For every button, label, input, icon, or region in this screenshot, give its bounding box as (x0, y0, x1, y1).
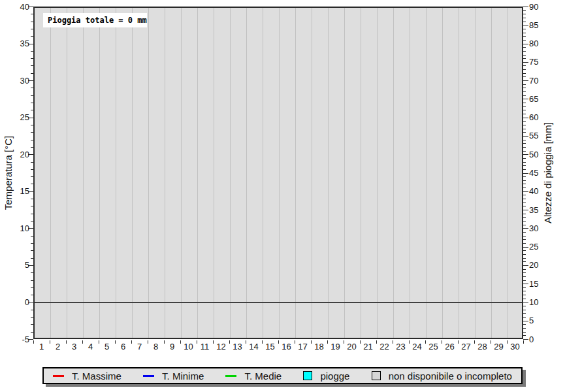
right-axis-tick (523, 210, 528, 210)
right-axis-tick (523, 317, 526, 318)
right-axis-tick (523, 151, 526, 152)
x-axis-tick-label: 13 (229, 342, 246, 351)
x-axis-tick-label: 16 (278, 342, 295, 351)
left-axis-tick (31, 162, 33, 163)
day-gridline (230, 8, 231, 338)
right-axis-tick (523, 321, 528, 321)
right-axis-tick (523, 280, 526, 281)
right-axis-tick (523, 118, 528, 118)
x-axis-tick-label: 12 (213, 342, 229, 351)
rain-total-annotation: Pioggia totale = 0 mm (43, 13, 147, 27)
legend-label-piogge: piogge (320, 370, 349, 382)
right-axis-tick (523, 228, 528, 229)
right-axis-tick (523, 44, 528, 44)
day-gridline (344, 8, 345, 338)
right-axis-title-text: Altezze di pioggia [mm] (543, 122, 554, 223)
day-gridline (67, 8, 67, 338)
right-axis-tick (523, 232, 526, 233)
right-axis-tick (523, 147, 526, 148)
x-axis-tick-label: 9 (164, 342, 180, 351)
right-axis-tick (523, 165, 526, 166)
x-axis-tick-label: 14 (246, 342, 262, 351)
x-axis-tick-label: 7 (131, 342, 148, 351)
x-axis-tick-label: 18 (311, 342, 327, 351)
left-axis-tick (31, 65, 33, 66)
right-axis-tick (523, 125, 526, 125)
right-axis-tick (523, 236, 526, 237)
left-axis-title: Temperatura [°C] (0, 7, 17, 339)
x-axis-tick-label: 25 (425, 342, 442, 351)
left-axis-tick (31, 22, 33, 22)
left-axis-tick (31, 51, 33, 52)
day-gridline (295, 8, 296, 338)
left-axis-tick (31, 332, 33, 333)
x-axis-tick-label: 28 (474, 342, 491, 351)
right-axis-tick (523, 73, 526, 74)
x-axis-tick-label: 11 (197, 342, 213, 351)
left-axis-tick (31, 236, 33, 237)
right-axis-tick (523, 40, 526, 41)
day-gridline (148, 8, 149, 338)
legend: T. Massime T. Minime T. Medie piogge non… (42, 367, 523, 384)
left-axis-tick (31, 58, 33, 59)
right-axis-tick (523, 154, 528, 155)
day-gridline (393, 8, 394, 338)
day-gridline (132, 8, 133, 338)
left-axis-title-text: Temperatura [°C] (3, 136, 14, 210)
x-axis-tick-label: 10 (180, 342, 197, 351)
right-axis-tick (523, 25, 528, 25)
x-axis-tick-label: 6 (115, 342, 131, 351)
day-gridline (279, 8, 280, 338)
right-axis-tick (523, 258, 526, 259)
legend-label-non-disponibile: non disponibile o incompleto (389, 370, 512, 382)
right-axis-tick (523, 306, 526, 306)
right-axis-tick (523, 299, 526, 299)
t-massime-line-swatch (53, 375, 64, 377)
day-gridline (442, 8, 443, 338)
left-axis-tick (31, 243, 33, 244)
right-axis-tick (523, 91, 526, 92)
x-axis-tick-label: 19 (327, 342, 344, 351)
left-axis-tick (31, 206, 33, 206)
right-axis-tick (523, 206, 526, 206)
left-axis-tick (31, 88, 33, 88)
right-axis-tick (523, 58, 526, 59)
x-axis-tick (523, 340, 524, 344)
x-axis-tick-label: 5 (99, 342, 115, 351)
left-axis-tick (31, 14, 33, 14)
right-axis-tick (523, 214, 526, 214)
right-axis-tick (523, 136, 528, 137)
left-axis-tick (31, 140, 33, 140)
day-gridline (491, 8, 492, 338)
right-axis-tick (523, 225, 526, 225)
right-axis-tick (523, 88, 526, 88)
right-axis-tick (523, 195, 526, 195)
right-axis-tick (523, 22, 526, 22)
right-axis-tick (523, 114, 526, 114)
right-axis-tick (523, 18, 526, 18)
legend-item-t-massime: T. Massime (53, 370, 121, 382)
right-axis-tick (523, 180, 526, 181)
right-axis-tick (523, 203, 526, 203)
right-axis-tick (523, 99, 528, 99)
right-axis-tick (523, 176, 526, 177)
right-axis-tick (523, 84, 526, 85)
left-axis-tick (31, 147, 33, 148)
legend-item-non-disponibile: non disponibile o incompleto (372, 370, 512, 382)
right-axis-tick (523, 261, 526, 262)
day-gridline (410, 8, 410, 338)
right-axis-tick (523, 29, 526, 29)
right-axis-tick (523, 199, 526, 199)
t-minime-line-swatch (143, 375, 154, 377)
right-axis-tick (523, 291, 526, 291)
right-axis-tick (523, 188, 526, 188)
legend-label-t-minime: T. Minime (162, 370, 204, 382)
right-axis-tick (523, 65, 526, 66)
left-axis-tick (31, 287, 33, 288)
day-gridline (312, 8, 312, 338)
right-axis-tick (523, 276, 526, 277)
right-axis-tick (523, 302, 528, 302)
left-axis-tick (31, 73, 33, 74)
day-gridline (328, 8, 329, 338)
day-gridline (377, 8, 378, 338)
